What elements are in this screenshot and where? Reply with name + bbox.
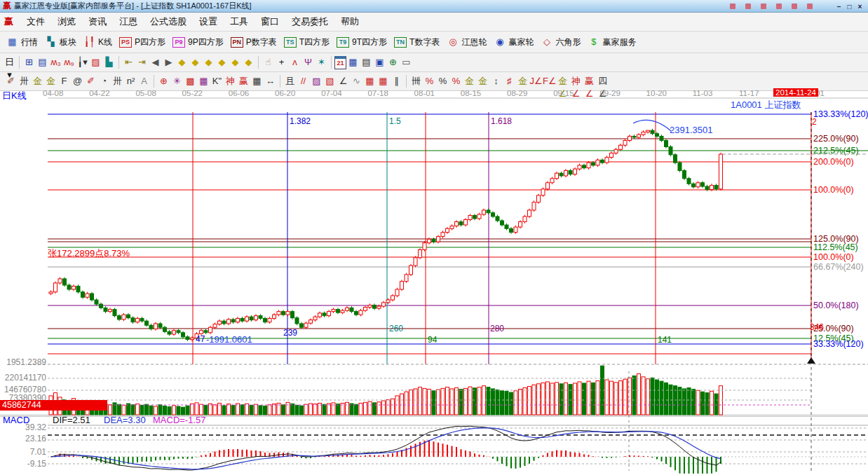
date-axis-label: 10-20 — [646, 89, 667, 97]
chart-annotation: 1.382 — [290, 117, 311, 126]
chart-annotation: 1.618 — [491, 117, 512, 126]
date-axis-label: 04-08 — [43, 89, 63, 97]
date-axis-label: 11-17 — [739, 89, 759, 97]
gann-percent-label: 225.0%(90) — [813, 135, 859, 144]
chart-annotation: 2 — [812, 118, 817, 127]
date-axis-label: 08-01 — [414, 89, 435, 97]
current-date-badge: 2014-11-24 — [773, 88, 818, 97]
volume-axis-label: 220141170 — [4, 373, 46, 383]
chart-annotation: 280 — [490, 324, 504, 333]
macd-axis-label: -9.15 — [4, 460, 46, 469]
date-axis-label: 09-29 — [599, 89, 620, 97]
date-axis-label: 08-29 — [507, 89, 527, 97]
gann-percent-label: 50.0%(180) — [813, 301, 859, 310]
chart-annotation: 94 — [428, 336, 437, 345]
chart-annotation: 张172.2899点8.73% — [48, 249, 130, 259]
chart-annotation: 141 — [658, 336, 672, 345]
macd-axis-label: 7.01 — [4, 448, 46, 457]
date-axis-label: 07-18 — [367, 89, 388, 97]
date-axis-label: 04-22 — [89, 89, 109, 97]
chart-annotation: 260 — [389, 324, 403, 333]
gann-percent-label: 133.33%(120) — [813, 110, 868, 119]
macd-value: MACD=-1.57 — [153, 415, 206, 425]
chart-annotation: -1991.0601 — [206, 335, 252, 345]
price-axis-bottom: 1951.2389 — [4, 358, 46, 367]
app-window: { "window": { "logo": "赢", "title": "赢家江… — [0, 0, 868, 475]
date-axis-label: 06-20 — [275, 89, 295, 97]
gann-percent-label: 66.67%(240) — [813, 263, 864, 272]
chart-annotation: 1.5 — [389, 117, 401, 126]
macd-axis-label: 39.32 — [4, 423, 46, 432]
volume-highlight-badge: 45862744 — [0, 400, 107, 411]
date-axis-label: 07-04 — [321, 89, 341, 97]
macd-axis-label: 23.16 — [4, 434, 46, 443]
date-axis-label: 05-08 — [135, 89, 156, 97]
date-axis-label: 09-15 — [553, 89, 574, 97]
date-axis-label: 06-06 — [229, 89, 249, 97]
period-label: 日K线 — [2, 91, 27, 101]
macd-dif-value: DIF=2.51 — [53, 415, 90, 425]
date-axis-label: 11-03 — [693, 89, 713, 97]
symbol-label: 1A0001 上证指数 — [731, 100, 801, 110]
chart-annotation: 47 — [196, 335, 205, 344]
date-axis-label: 05-22 — [182, 89, 203, 97]
gann-percent-label: 112.5%(45) — [813, 243, 858, 252]
date-axis-label: 08-15 — [461, 89, 481, 97]
chart-canvas[interactable] — [0, 0, 868, 475]
macd-dea-value: DEA=3.30 — [104, 415, 146, 425]
chart-annotation: 2391.3501 — [670, 125, 712, 135]
chart-annotation: 346 — [810, 323, 824, 332]
gann-percent-label: 100.0%(0) — [813, 253, 854, 262]
gann-percent-label: 200.0%(0) — [813, 158, 854, 167]
gann-percent-label: 100.0%(0) — [813, 186, 854, 195]
chart-annotation: 239 — [283, 329, 297, 338]
gann-percent-label: 212.5%(45) — [813, 146, 859, 156]
gann-percent-label: 33.33%(120) — [813, 340, 864, 349]
